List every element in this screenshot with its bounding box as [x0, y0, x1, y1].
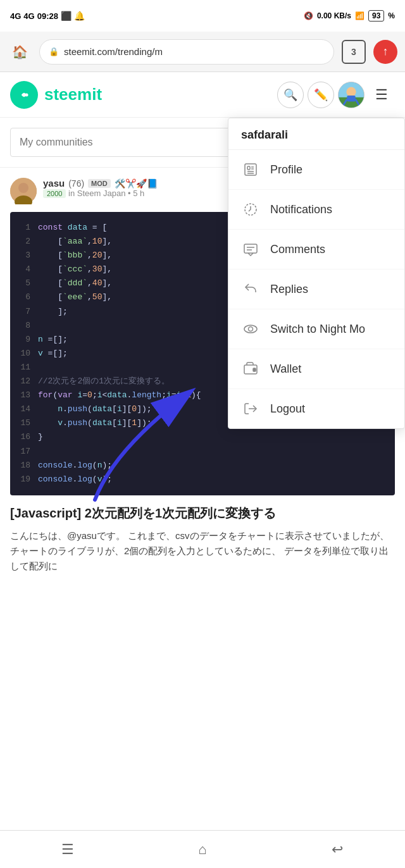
profile-label: Profile	[270, 163, 302, 177]
replies-label: Replies	[270, 283, 308, 296]
author-name[interactable]: yasu	[43, 178, 65, 189]
menu-item-comments[interactable]: Comments	[228, 230, 404, 270]
svg-rect-25	[253, 368, 256, 371]
notifications-icon	[241, 200, 260, 219]
battery-indicator: 93	[368, 10, 384, 22]
svg-point-23	[249, 327, 253, 332]
scroll-up-button[interactable]: ↑	[373, 40, 397, 64]
logout-icon	[241, 399, 260, 418]
nav-bar: ☰ ⌂ ↩	[0, 830, 405, 868]
nightmode-icon	[241, 319, 260, 338]
menu-item-notifications[interactable]: Notifications	[228, 190, 404, 230]
home-icon: ⌂	[198, 841, 206, 858]
notification-bell: 🔔	[74, 11, 85, 21]
post-title: [Javascript] 2次元配列を1次元配列に変換する	[10, 504, 395, 522]
svg-point-9	[18, 183, 28, 193]
data-speed: 0.00 KB/s	[317, 11, 351, 20]
reward-badge: 2000	[43, 189, 66, 198]
menu-item-wallet[interactable]: Wallet	[228, 349, 404, 389]
wallet-icon	[241, 359, 260, 378]
url-bar[interactable]: 🔒 steemit.com/trending/m	[39, 39, 334, 65]
search-button[interactable]: 🔍	[277, 82, 304, 108]
comments-label: Comments	[270, 243, 325, 256]
time-display: 09:28	[37, 11, 58, 21]
dropdown-username: safdarali	[228, 118, 404, 150]
dropdown-menu: safdarali Profile Notifications	[228, 118, 405, 429]
header-actions: 🔍 ✏️ ☰	[277, 82, 395, 108]
hamburger-icon: ☰	[61, 841, 74, 858]
mute-icon: 🔇	[304, 11, 313, 20]
menu-item-profile[interactable]: Profile	[228, 150, 404, 190]
mod-badge: MOD	[88, 179, 111, 188]
lock-icon: 🔒	[49, 47, 59, 56]
code-line-19: 19 console.log(v);	[20, 473, 385, 487]
network-label-2: 4G	[23, 11, 34, 21]
post-author-avatar	[10, 178, 37, 204]
nav-back-button[interactable]: ↩	[318, 836, 356, 864]
author-reputation: (76)	[68, 178, 84, 189]
browser-home-button[interactable]: 🏠	[8, 40, 32, 64]
nightmode-label: Switch to Night Mo	[270, 323, 365, 336]
svg-point-4	[346, 87, 356, 96]
code-line-16: 16 }	[20, 430, 385, 444]
code-line-17: 17	[20, 445, 385, 459]
post-emojis: 🛠️✂️🚀📘	[115, 178, 158, 189]
wifi-icon: 📶	[355, 11, 364, 20]
browser-bar: 🏠 🔒 steemit.com/trending/m 3 ↑	[0, 32, 405, 72]
profile-icon	[241, 160, 260, 179]
steemit-logo-icon[interactable]	[10, 81, 38, 109]
nav-menu-button[interactable]: ☰	[49, 836, 87, 864]
steemit-logo-text: steemit	[44, 85, 102, 104]
battery-percent: %	[388, 11, 395, 20]
tab-count-button[interactable]: 3	[342, 40, 366, 64]
url-text: steemit.com/trending/m	[64, 46, 163, 57]
wallet-label: Wallet	[270, 363, 301, 376]
hamburger-menu-button[interactable]: ☰	[368, 82, 395, 108]
status-right: 🔇 0.00 KB/s 📶 93 %	[304, 10, 395, 22]
media-icon: ⬛	[61, 11, 72, 21]
replies-icon	[241, 280, 260, 299]
avatar-image	[339, 82, 364, 108]
menu-item-replies[interactable]: Replies	[228, 270, 404, 309]
steemit-header: steemit 🔍 ✏️ ☰	[0, 72, 405, 118]
edit-button[interactable]: ✏️	[308, 82, 334, 108]
svg-rect-19	[244, 244, 257, 253]
code-line-18: 18 console.log(n);	[20, 459, 385, 473]
comments-icon	[241, 240, 260, 259]
network-label-1: 4G	[10, 11, 21, 21]
time-ago: • 5 h	[128, 189, 144, 198]
svg-rect-13	[247, 166, 250, 170]
svg-rect-5	[347, 95, 355, 101]
community-text: in Steem Japan	[68, 189, 125, 198]
svg-point-1	[25, 93, 28, 96]
nav-home-button[interactable]: ⌂	[184, 836, 221, 864]
menu-item-nightmode[interactable]: Switch to Night Mo	[228, 309, 404, 349]
status-bar: 4G 4G 09:28 ⬛ 🔔 🔇 0.00 KB/s 📶 93 %	[0, 0, 405, 32]
menu-item-logout[interactable]: Logout	[228, 389, 404, 428]
logout-label: Logout	[270, 402, 305, 416]
notifications-label: Notifications	[270, 203, 332, 216]
user-avatar-button[interactable]	[338, 82, 364, 108]
back-icon: ↩	[332, 841, 343, 858]
post-body: こんにちは、@yasuです。 これまで、csvのデータをチャートに表示させていま…	[10, 528, 395, 574]
status-left: 4G 4G 09:28 ⬛ 🔔	[10, 11, 85, 21]
